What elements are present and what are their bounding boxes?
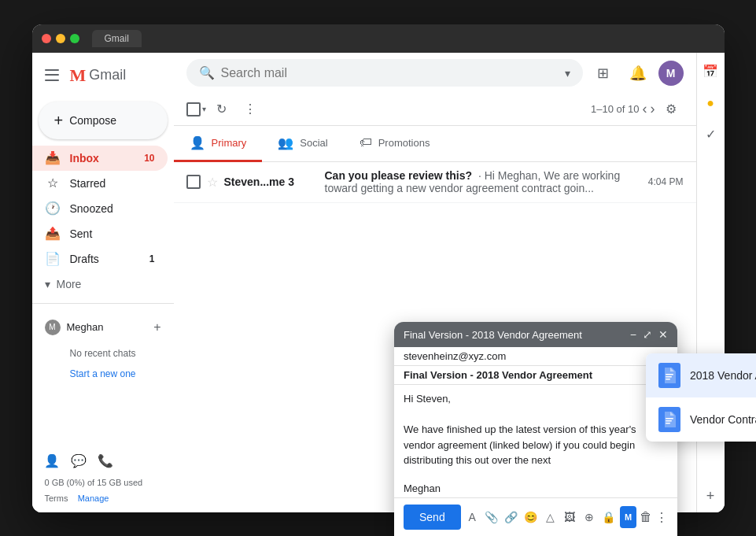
calendar-icon[interactable]: 📅 <box>698 59 723 84</box>
sent-label: Sent <box>70 227 93 240</box>
drafts-badge: 1 <box>149 253 155 264</box>
starred-label: Starred <box>70 177 106 190</box>
compose-to-field[interactable]: stevenheinz@xyz.com <box>394 347 677 366</box>
browser-tab[interactable]: Gmail <box>92 30 142 47</box>
window-controls <box>42 34 79 43</box>
meet-account-item[interactable]: M Meghan + <box>45 316 161 338</box>
apps-icon[interactable]: ⊞ <box>589 59 618 87</box>
emoji-icon[interactable]: 😊 <box>522 506 539 512</box>
svg-rect-0 <box>666 374 673 375</box>
primary-tab-icon: 👤 <box>190 135 205 150</box>
file-name-vendor-agreement: 2018 Vendor Agreement.gdoc <box>690 369 725 382</box>
send-button[interactable]: Send <box>404 505 461 512</box>
gmail-text: Gmail <box>89 67 126 83</box>
compose-to-value: stevenheinz@xyz.com <box>404 350 506 362</box>
account-avatar: M <box>45 320 61 335</box>
add-account-icon[interactable]: + <box>153 320 160 335</box>
minimize-dot[interactable] <box>56 34 65 43</box>
drive-icon[interactable]: △ <box>542 506 559 512</box>
titlebar: Gmail <box>32 24 725 53</box>
sidebar-item-drafts[interactable]: 📄 Drafts 1 <box>32 246 168 272</box>
gmail-body: M Gmail + Compose 📥 Inbox 10 ☆ Starred 🕐… <box>32 53 725 512</box>
chat-icon[interactable]: 💬 <box>72 454 86 468</box>
refresh-button[interactable]: ↻ <box>209 97 234 122</box>
sidebar-item-more[interactable]: ▾ More <box>32 272 174 297</box>
more-format-icon[interactable]: ⊕ <box>581 506 598 512</box>
tab-social[interactable]: 👥 Social <box>262 126 343 162</box>
select-all-checkbox[interactable] <box>186 102 201 116</box>
sidebar: M Gmail + Compose 📥 Inbox 10 ☆ Starred 🕐… <box>32 53 174 512</box>
link-icon[interactable]: 🔗 <box>503 506 519 512</box>
star-icon[interactable]: ☆ <box>207 175 218 190</box>
delete-compose-icon[interactable]: 🗑 <box>640 510 652 512</box>
settings-icon[interactable]: ⚙ <box>658 97 684 122</box>
contacts-icon[interactable]: ✓ <box>698 122 723 147</box>
sign-icon[interactable]: M <box>620 506 636 512</box>
phone-icon[interactable]: 📞 <box>98 454 112 468</box>
tasks-icon[interactable]: ● <box>698 91 723 116</box>
compose-body[interactable]: Hi Steven, We have finished up the lates… <box>394 385 677 479</box>
start-new-link[interactable]: Start a new one <box>45 368 161 379</box>
sent-icon: 📤 <box>45 226 61 242</box>
email-tabs: 👤 Primary 👥 Social 🏷 Promotions <box>174 126 696 162</box>
sidebar-item-sent[interactable]: 📤 Sent <box>32 221 168 246</box>
add-panel-button[interactable]: + <box>701 487 720 506</box>
notifications-icon[interactable]: 🔔 <box>624 59 652 87</box>
more-options-button[interactable]: ⋮ <box>238 97 263 122</box>
close-dot[interactable] <box>42 34 51 43</box>
meet-account-label: Meghan <box>67 321 104 333</box>
file-picker-dropdown: 2018 Vendor Agreement.gdoc box Vendor C <box>646 353 725 442</box>
prev-page-button[interactable]: ‹ <box>643 101 647 117</box>
people-icon[interactable]: 👤 <box>45 454 59 468</box>
file-name-vendor-contracts: Vendor Contracts <box>690 413 725 426</box>
compose-header-icons: − ⤢ ✕ <box>630 328 668 341</box>
email-sender: Steven...me 3 <box>224 176 319 188</box>
select-all-area: ▾ <box>186 102 206 116</box>
sidebar-item-snoozed[interactable]: 🕐 Snoozed <box>32 196 168 221</box>
gmail-m-icon: M <box>70 65 87 86</box>
email-checkbox[interactable] <box>186 175 201 189</box>
lock-icon[interactable]: 🔒 <box>600 506 617 512</box>
search-input[interactable] <box>221 66 559 80</box>
more-actions-icon[interactable]: ⋮ <box>655 510 668 512</box>
minimize-compose-icon[interactable]: − <box>630 328 636 341</box>
file-item-vendor-contracts[interactable]: Vendor Contracts box <box>646 397 725 442</box>
select-dropdown-icon[interactable]: ▾ <box>202 105 206 113</box>
email-time: 4:04 PM <box>648 176 684 187</box>
search-icon: 🔍 <box>199 65 215 80</box>
svg-rect-4 <box>666 420 672 422</box>
photo-icon[interactable]: 🖼 <box>562 506 578 512</box>
compose-window: Final Version - 2018 Vendor Agreement − … <box>394 322 677 512</box>
compose-header[interactable]: Final Version - 2018 Vendor Agreement − … <box>394 322 677 347</box>
expand-compose-icon[interactable]: ⤢ <box>643 328 652 341</box>
primary-tab-label: Primary <box>212 137 247 149</box>
manage-link[interactable]: Manage <box>78 493 109 503</box>
format-icon[interactable]: A <box>464 506 481 512</box>
compose-button[interactable]: + Compose <box>39 102 168 139</box>
promotions-tab-icon: 🏷 <box>360 135 372 150</box>
hamburger-button[interactable] <box>45 68 61 83</box>
attach-icon[interactable]: 📎 <box>484 506 500 512</box>
tab-primary[interactable]: 👤 Primary <box>174 126 263 162</box>
sidebar-footer-icons: 👤 💬 📞 <box>32 448 174 475</box>
table-row[interactable]: ☆ Steven...me 3 Can you please review th… <box>174 162 696 203</box>
terms-link[interactable]: Terms <box>45 493 68 503</box>
search-dropdown-icon[interactable]: ▾ <box>565 67 570 79</box>
sidebar-item-inbox[interactable]: 📥 Inbox 10 <box>32 146 168 171</box>
promotions-tab-label: Promotions <box>378 137 430 149</box>
svg-rect-1 <box>666 376 672 378</box>
sidebar-item-starred[interactable]: ☆ Starred <box>32 171 168 196</box>
tab-promotions[interactable]: 🏷 Promotions <box>344 126 446 162</box>
next-page-button[interactable]: › <box>651 101 655 117</box>
compose-subject-value: Final Version - 2018 Vendor Agreement <box>404 369 592 381</box>
more-label: More <box>57 278 82 290</box>
meet-section: M Meghan + No recent chats Start a new o… <box>32 310 174 386</box>
avatar[interactable]: M <box>658 61 684 86</box>
close-compose-icon[interactable]: ✕ <box>658 328 668 341</box>
file-item-vendor-agreement[interactable]: 2018 Vendor Agreement.gdoc box <box>646 353 725 397</box>
compose-signature-text: Meghan <box>404 482 441 494</box>
maximize-dot[interactable] <box>70 34 79 43</box>
drafts-label: Drafts <box>70 253 99 265</box>
compose-subject-field[interactable]: Final Version - 2018 Vendor Agreement <box>394 366 677 385</box>
email-subject: Can you please review this? <box>325 169 473 182</box>
